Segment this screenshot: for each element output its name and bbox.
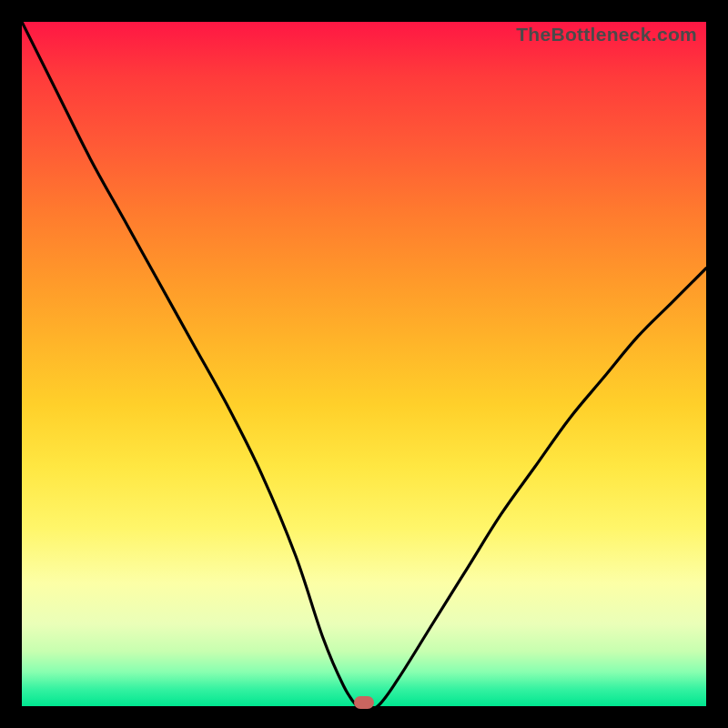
bottleneck-minimum-marker <box>354 696 374 709</box>
chart-plot-area: TheBottleneck.com <box>22 22 706 706</box>
bottleneck-curve <box>22 22 706 706</box>
chart-frame: TheBottleneck.com <box>0 0 728 728</box>
